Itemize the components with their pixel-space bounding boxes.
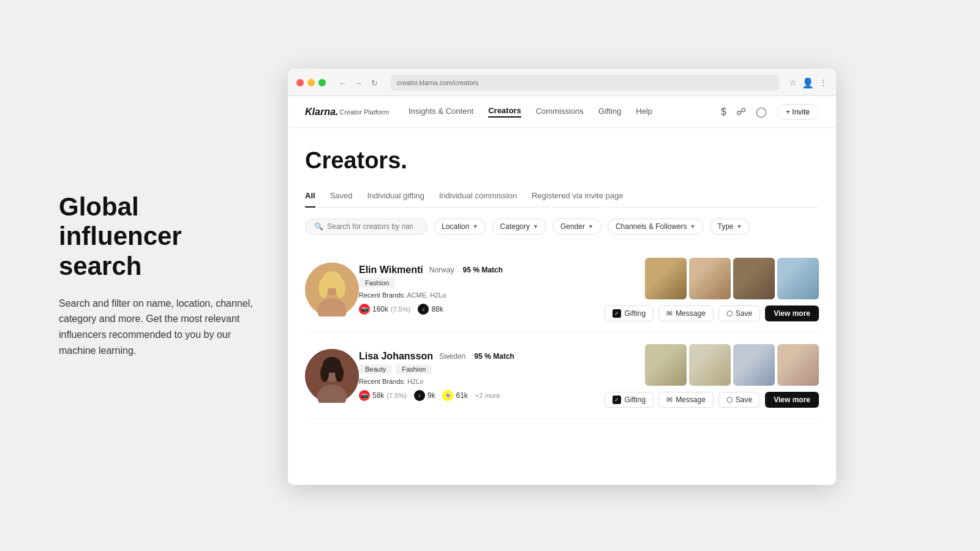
nav-creators[interactable]: Creators [488,106,521,118]
creator-location-lisa: Sweden [439,352,466,361]
svg-point-10 [320,365,329,382]
traffic-light-green[interactable] [318,79,326,86]
filter-channels-followers[interactable]: Channels & Followers ▼ [608,219,704,234]
instagram-icon-elin: 📷 [359,304,370,315]
message-button-elin[interactable]: ✉ Message [658,305,714,321]
creator-location-elin: Norway [429,266,454,274]
message-button-lisa[interactable]: ✉ Message [658,392,714,408]
save-button-lisa[interactable]: ⬡ Save [718,392,760,408]
creator-photo-elin-3 [733,258,775,299]
traffic-lights [296,79,326,86]
tab-saved[interactable]: Saved [330,191,353,208]
creator-photo-lisa-3 [733,344,775,386]
profile-icon[interactable]: ◯ [756,106,767,118]
search-wrap[interactable]: 🔍 [305,219,428,234]
message-icon-lisa: ✉ [666,395,673,404]
gifting-button-elin[interactable]: ✓ Gifting [605,305,654,321]
address-bar[interactable]: creator.klarna.com/creators [391,75,779,91]
messages-icon[interactable]: ☍ [736,106,746,118]
creator-photo-elin-4 [777,258,819,299]
stat-instagram-lisa: 📷 58k (7.5%) [359,390,407,401]
svg-point-4 [318,279,328,298]
refresh-button[interactable]: ↻ [368,76,381,89]
filter-gender[interactable]: Gender ▼ [552,219,601,234]
tab-individual-commission[interactable]: Individual commission [439,191,517,208]
creator-name-row-elin: Elin Wikmenti Norway 95 % Match [359,264,595,276]
stat-count-snapchat-lisa: 61k [456,391,467,400]
creator-avatar-elin [305,263,359,317]
filter-category[interactable]: Category ▼ [492,219,546,234]
browser-chrome: ← → ↻ creator.klarna.com/creators ☆ 👤 ⋮ [288,69,836,96]
stat-more-lisa: +2 more [475,392,500,399]
creator-stats-elin: 📷 160k (7.5%) ♪ 88k [359,304,595,315]
forward-button[interactable]: → [352,76,365,89]
creator-info-lisa: Lisa Johansson Sweden 95 % Match Beauty … [359,351,595,401]
tab-individual-gifting[interactable]: Individual gifting [368,191,424,208]
creator-name-row-lisa: Lisa Johansson Sweden 95 % Match [359,351,595,362]
creator-photos-lisa [645,344,819,386]
app-navbar: Klarna. Creator Platform Insights & Cont… [288,96,836,128]
svg-point-5 [336,279,345,298]
description: Search and filter on name, location, cha… [59,296,267,358]
save-icon-elin: ⬡ [726,309,733,318]
tiktok-icon-elin: ♪ [418,304,429,315]
svg-point-11 [335,365,344,382]
bookmark-icon[interactable]: ☆ [789,78,797,88]
tab-registered-invite[interactable]: Registered via invite page [532,191,624,208]
view-more-button-lisa[interactable]: View more [765,392,819,408]
stat-count-instagram-elin: 160k [372,305,388,313]
creator-tag-beauty-lisa: Beauty [359,364,392,374]
page-title: Creators. [305,148,819,174]
creator-actions-elin: ✓ Gifting ✉ Message ⬡ Save View more [605,305,819,321]
nav-help[interactable]: Help [636,107,652,117]
headline: Global influencer search [59,192,267,281]
invite-button[interactable]: + Invite [777,104,819,120]
creator-tags-lisa: Beauty Fashion [359,364,595,374]
search-input[interactable] [327,222,413,231]
nav-gifting[interactable]: Gifting [598,107,622,117]
creator-tags-elin: Fashion [359,278,595,288]
creator-match-elin: 95 % Match [462,266,502,274]
gifting-check-icon-lisa: ✓ [612,395,621,404]
stat-count-tiktok-elin: 88k [431,305,443,313]
gifting-button-lisa[interactable]: ✓ Gifting [605,392,654,408]
chevron-down-icon: ▼ [472,223,478,230]
creator-card-elin: Elin Wikmenti Norway 95 % Match Fashion … [305,247,819,333]
creator-name-lisa: Lisa Johansson [359,351,433,362]
filters-row: 🔍 Location ▼ Category ▼ Gender ▼ Channel… [305,219,819,234]
left-panel: Global influencer search Search and filt… [59,192,267,358]
traffic-light-red[interactable] [296,79,304,86]
app-logo: Klarna. Creator Platform [305,107,389,118]
creator-avatar-lisa [305,349,359,403]
nav-commissions[interactable]: Commissions [536,107,584,117]
dollar-icon[interactable]: $ [721,107,726,118]
filter-location[interactable]: Location ▼ [434,219,486,234]
stat-rate-instagram-elin: (7.5%) [391,305,410,313]
stat-rate-instagram-lisa: (7.5%) [386,392,406,399]
save-button-elin[interactable]: ⬡ Save [718,305,760,321]
browser-titlebar: ← → ↻ creator.klarna.com/creators ☆ 👤 ⋮ [288,69,836,96]
filter-type[interactable]: Type ▼ [710,219,750,234]
traffic-light-yellow[interactable] [307,79,315,86]
browser-nav: ← → ↻ [336,76,381,89]
creator-name-elin: Elin Wikmenti [359,264,423,276]
creator-tag-fashion-elin: Fashion [359,278,395,288]
tab-all[interactable]: All [305,191,315,208]
logo-subtitle: Creator Platform [339,108,389,116]
chevron-down-icon: ▼ [737,223,742,230]
back-button[interactable]: ← [336,76,349,89]
instagram-icon-lisa: 📷 [359,390,370,401]
chevron-down-icon: ▼ [690,223,696,230]
logo-klarna: Klarna. [305,107,338,118]
app-nav-right: $ ☍ ◯ + Invite [721,104,819,120]
nav-insights[interactable]: Insights & Content [409,107,473,117]
creator-photo-lisa-1 [645,344,687,386]
creator-photo-elin-2 [689,258,731,299]
creator-stats-lisa: 📷 58k (7.5%) ♪ 9k 👻 61k +2 more [359,390,595,401]
view-more-button-elin[interactable]: View more [765,305,819,321]
creator-info-elin: Elin Wikmenti Norway 95 % Match Fashion … [359,264,595,315]
tabs-row: All Saved Individual gifting Individual … [305,191,819,208]
more-options-icon[interactable]: ⋮ [819,78,827,88]
stat-count-instagram-lisa: 58k [372,391,384,400]
creator-brands-lisa: Recent Brands: H2Lo [359,378,595,385]
